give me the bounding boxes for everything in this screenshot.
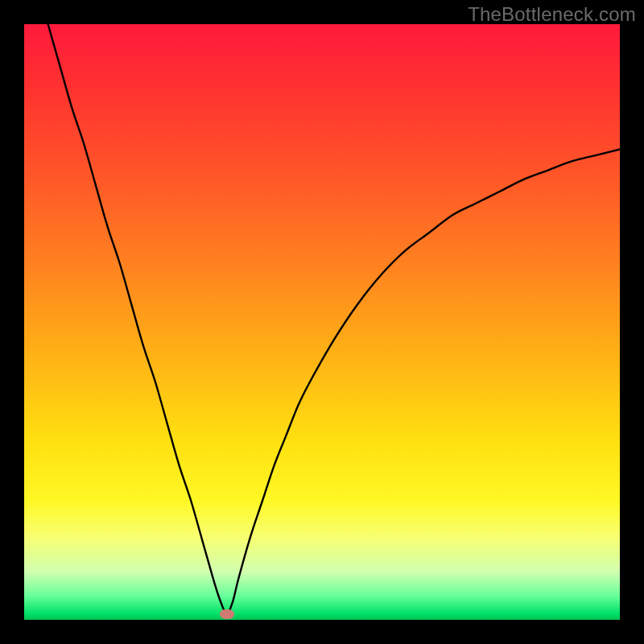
chart-frame: TheBottleneck.com bbox=[0, 0, 644, 644]
bottleneck-curve bbox=[48, 24, 620, 614]
minimum-marker bbox=[220, 609, 234, 619]
curve-svg bbox=[24, 24, 620, 620]
plot-area bbox=[24, 24, 620, 620]
watermark-text: TheBottleneck.com bbox=[468, 3, 636, 26]
